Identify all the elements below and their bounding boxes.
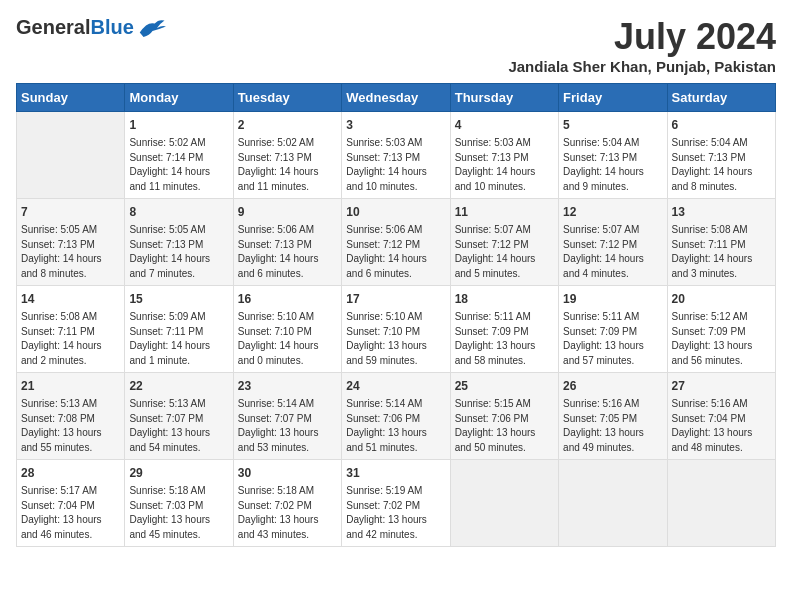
sunrise-text: Sunrise: 5:07 AM: [455, 224, 531, 235]
sunset-text: Sunset: 7:11 PM: [129, 326, 203, 337]
day-info: Sunrise: 5:08 AM Sunset: 7:11 PM Dayligh…: [672, 223, 771, 281]
sunset-text: Sunset: 7:09 PM: [672, 326, 746, 337]
calendar-week-row: 1 Sunrise: 5:02 AM Sunset: 7:14 PM Dayli…: [17, 112, 776, 199]
calendar-cell: 21 Sunrise: 5:13 AM Sunset: 7:08 PM Dayl…: [17, 373, 125, 460]
sunrise-text: Sunrise: 5:10 AM: [346, 311, 422, 322]
calendar-cell: 1 Sunrise: 5:02 AM Sunset: 7:14 PM Dayli…: [125, 112, 233, 199]
day-info: Sunrise: 5:02 AM Sunset: 7:14 PM Dayligh…: [129, 136, 228, 194]
day-info: Sunrise: 5:05 AM Sunset: 7:13 PM Dayligh…: [21, 223, 120, 281]
day-header-thursday: Thursday: [450, 84, 558, 112]
day-info: Sunrise: 5:10 AM Sunset: 7:10 PM Dayligh…: [346, 310, 445, 368]
sunrise-text: Sunrise: 5:05 AM: [129, 224, 205, 235]
day-header-wednesday: Wednesday: [342, 84, 450, 112]
day-info: Sunrise: 5:03 AM Sunset: 7:13 PM Dayligh…: [346, 136, 445, 194]
day-info: Sunrise: 5:09 AM Sunset: 7:11 PM Dayligh…: [129, 310, 228, 368]
sunrise-text: Sunrise: 5:03 AM: [455, 137, 531, 148]
day-number: 18: [455, 290, 554, 308]
day-info: Sunrise: 5:04 AM Sunset: 7:13 PM Dayligh…: [563, 136, 662, 194]
sunrise-text: Sunrise: 5:13 AM: [21, 398, 97, 409]
sunrise-text: Sunrise: 5:06 AM: [346, 224, 422, 235]
sunset-text: Sunset: 7:13 PM: [238, 239, 312, 250]
daylight-text: Daylight: 14 hours and 8 minutes.: [672, 166, 753, 192]
sunset-text: Sunset: 7:11 PM: [21, 326, 95, 337]
calendar-cell: 30 Sunrise: 5:18 AM Sunset: 7:02 PM Dayl…: [233, 460, 341, 547]
month-title: July 2024: [508, 16, 776, 58]
sunset-text: Sunset: 7:06 PM: [346, 413, 420, 424]
calendar-cell: 25 Sunrise: 5:15 AM Sunset: 7:06 PM Dayl…: [450, 373, 558, 460]
sunset-text: Sunset: 7:04 PM: [21, 500, 95, 511]
sunrise-text: Sunrise: 5:14 AM: [238, 398, 314, 409]
day-number: 8: [129, 203, 228, 221]
daylight-text: Daylight: 14 hours and 3 minutes.: [672, 253, 753, 279]
calendar-cell: 26 Sunrise: 5:16 AM Sunset: 7:05 PM Dayl…: [559, 373, 667, 460]
day-info: Sunrise: 5:14 AM Sunset: 7:06 PM Dayligh…: [346, 397, 445, 455]
sunset-text: Sunset: 7:13 PM: [21, 239, 95, 250]
sunrise-text: Sunrise: 5:13 AM: [129, 398, 205, 409]
sunset-text: Sunset: 7:13 PM: [346, 152, 420, 163]
sunset-text: Sunset: 7:05 PM: [563, 413, 637, 424]
daylight-text: Daylight: 14 hours and 9 minutes.: [563, 166, 644, 192]
calendar-cell: 14 Sunrise: 5:08 AM Sunset: 7:11 PM Dayl…: [17, 286, 125, 373]
calendar-week-row: 14 Sunrise: 5:08 AM Sunset: 7:11 PM Dayl…: [17, 286, 776, 373]
location-text: Jandiala Sher Khan, Punjab, Pakistan: [508, 58, 776, 75]
day-info: Sunrise: 5:03 AM Sunset: 7:13 PM Dayligh…: [455, 136, 554, 194]
sunset-text: Sunset: 7:11 PM: [672, 239, 746, 250]
calendar-cell: 19 Sunrise: 5:11 AM Sunset: 7:09 PM Dayl…: [559, 286, 667, 373]
calendar-cell: 27 Sunrise: 5:16 AM Sunset: 7:04 PM Dayl…: [667, 373, 775, 460]
day-info: Sunrise: 5:15 AM Sunset: 7:06 PM Dayligh…: [455, 397, 554, 455]
calendar-cell: 17 Sunrise: 5:10 AM Sunset: 7:10 PM Dayl…: [342, 286, 450, 373]
sunrise-text: Sunrise: 5:02 AM: [129, 137, 205, 148]
calendar-cell: [450, 460, 558, 547]
sunrise-text: Sunrise: 5:07 AM: [563, 224, 639, 235]
day-number: 3: [346, 116, 445, 134]
sunset-text: Sunset: 7:03 PM: [129, 500, 203, 511]
day-number: 26: [563, 377, 662, 395]
day-number: 4: [455, 116, 554, 134]
daylight-text: Daylight: 14 hours and 7 minutes.: [129, 253, 210, 279]
daylight-text: Daylight: 13 hours and 45 minutes.: [129, 514, 210, 540]
daylight-text: Daylight: 13 hours and 59 minutes.: [346, 340, 427, 366]
sunrise-text: Sunrise: 5:05 AM: [21, 224, 97, 235]
daylight-text: Daylight: 14 hours and 1 minute.: [129, 340, 210, 366]
day-info: Sunrise: 5:16 AM Sunset: 7:05 PM Dayligh…: [563, 397, 662, 455]
sunrise-text: Sunrise: 5:04 AM: [563, 137, 639, 148]
logo-general-text: General: [16, 16, 90, 38]
sunset-text: Sunset: 7:10 PM: [346, 326, 420, 337]
logo: GeneralBlue: [16, 16, 166, 39]
day-number: 24: [346, 377, 445, 395]
sunset-text: Sunset: 7:13 PM: [672, 152, 746, 163]
day-number: 20: [672, 290, 771, 308]
daylight-text: Daylight: 14 hours and 0 minutes.: [238, 340, 319, 366]
sunrise-text: Sunrise: 5:09 AM: [129, 311, 205, 322]
day-info: Sunrise: 5:11 AM Sunset: 7:09 PM Dayligh…: [455, 310, 554, 368]
calendar-cell: 29 Sunrise: 5:18 AM Sunset: 7:03 PM Dayl…: [125, 460, 233, 547]
day-info: Sunrise: 5:16 AM Sunset: 7:04 PM Dayligh…: [672, 397, 771, 455]
day-info: Sunrise: 5:07 AM Sunset: 7:12 PM Dayligh…: [455, 223, 554, 281]
sunrise-text: Sunrise: 5:10 AM: [238, 311, 314, 322]
sunset-text: Sunset: 7:13 PM: [455, 152, 529, 163]
calendar-cell: 3 Sunrise: 5:03 AM Sunset: 7:13 PM Dayli…: [342, 112, 450, 199]
daylight-text: Daylight: 13 hours and 48 minutes.: [672, 427, 753, 453]
sunrise-text: Sunrise: 5:16 AM: [672, 398, 748, 409]
day-header-saturday: Saturday: [667, 84, 775, 112]
day-number: 13: [672, 203, 771, 221]
daylight-text: Daylight: 13 hours and 50 minutes.: [455, 427, 536, 453]
calendar-week-row: 21 Sunrise: 5:13 AM Sunset: 7:08 PM Dayl…: [17, 373, 776, 460]
day-info: Sunrise: 5:13 AM Sunset: 7:07 PM Dayligh…: [129, 397, 228, 455]
daylight-text: Daylight: 14 hours and 11 minutes.: [129, 166, 210, 192]
day-number: 21: [21, 377, 120, 395]
day-info: Sunrise: 5:04 AM Sunset: 7:13 PM Dayligh…: [672, 136, 771, 194]
sunrise-text: Sunrise: 5:02 AM: [238, 137, 314, 148]
sunrise-text: Sunrise: 5:14 AM: [346, 398, 422, 409]
daylight-text: Daylight: 14 hours and 11 minutes.: [238, 166, 319, 192]
sunrise-text: Sunrise: 5:08 AM: [21, 311, 97, 322]
sunrise-text: Sunrise: 5:16 AM: [563, 398, 639, 409]
day-info: Sunrise: 5:02 AM Sunset: 7:13 PM Dayligh…: [238, 136, 337, 194]
daylight-text: Daylight: 13 hours and 58 minutes.: [455, 340, 536, 366]
daylight-text: Daylight: 14 hours and 2 minutes.: [21, 340, 102, 366]
calendar-cell: 10 Sunrise: 5:06 AM Sunset: 7:12 PM Dayl…: [342, 199, 450, 286]
sunset-text: Sunset: 7:12 PM: [563, 239, 637, 250]
sunrise-text: Sunrise: 5:11 AM: [563, 311, 639, 322]
day-header-tuesday: Tuesday: [233, 84, 341, 112]
sunrise-text: Sunrise: 5:18 AM: [238, 485, 314, 496]
